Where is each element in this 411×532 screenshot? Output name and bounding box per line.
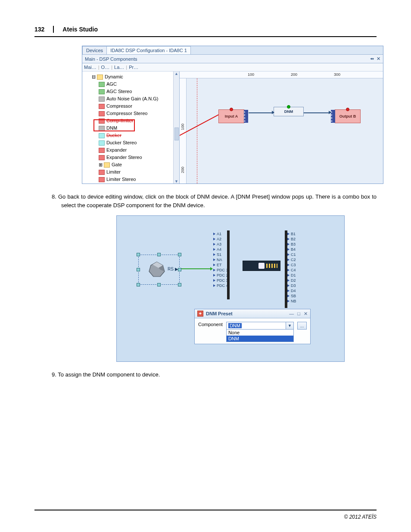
- design-canvas[interactable]: 100 200 300 100 200 Input A 1: [180, 72, 383, 184]
- panel-header: Main - DSP Components ⇴ ✕: [82, 55, 383, 63]
- tree-item-ducker[interactable]: Ducker: [83, 132, 178, 139]
- port-a3[interactable]: A3: [213, 242, 228, 247]
- device-edit-screenshot: RS ▶ A1 A2 A3 A4 S1 NA ET PDC 1 PDC 2 PD…: [116, 215, 345, 362]
- tree-item-dnm[interactable]: DNM: [83, 124, 178, 132]
- maximize-icon[interactable]: □: [297, 311, 300, 317]
- port-na[interactable]: NA: [213, 257, 228, 262]
- port-pdc2[interactable]: PDC 2: [213, 273, 228, 278]
- port-pdc1[interactable]: PDC 1: [213, 268, 228, 273]
- port-b3[interactable]: B3: [287, 242, 296, 247]
- tree-item-comp-limiter[interactable]: Comp-limiter: [83, 117, 178, 124]
- block-dnm[interactable]: DNM: [274, 107, 304, 116]
- tree-folder-dynamic[interactable]: ⊟ Dynamic: [83, 73, 178, 81]
- toolbar: Mai… | O… | La… | Pr…: [82, 63, 383, 72]
- status-led-icon: [230, 108, 233, 111]
- port-et[interactable]: ET: [213, 262, 228, 268]
- port-d2[interactable]: D2: [287, 278, 296, 283]
- minimize-icon[interactable]: —: [289, 311, 294, 317]
- scroll-down-icon[interactable]: ▼: [174, 179, 178, 184]
- dsp-config-screenshot: Devices IDA8C DSP Configuration - IDA8C …: [82, 46, 383, 184]
- option-none[interactable]: None: [227, 330, 293, 336]
- step-number: 8.: [52, 193, 56, 200]
- toolbar-item-o[interactable]: O…: [101, 65, 110, 70]
- pin-icon[interactable]: ⇴: [370, 56, 374, 62]
- page-number: 132: [34, 26, 54, 33]
- footer-copyright: © 2012 ATEÏS: [344, 514, 377, 520]
- resize-handle[interactable]: [157, 283, 161, 286]
- scroll-up-icon[interactable]: ▲: [174, 72, 178, 76]
- port-pdc3[interactable]: PDC 3: [213, 278, 228, 283]
- port-c1[interactable]: C1: [287, 252, 296, 257]
- port-a2[interactable]: A2: [213, 236, 228, 242]
- ruler-vertical: 100 200: [180, 78, 187, 184]
- close-icon[interactable]: ✕: [304, 311, 308, 317]
- step-text: To assign the DNM component to device.: [58, 371, 160, 378]
- toolbar-item-pr[interactable]: Pr…: [129, 65, 138, 70]
- device-icon: [148, 261, 165, 278]
- component-label: Component: [198, 322, 223, 327]
- device-chip[interactable]: [243, 261, 280, 271]
- step-9: 9. To assign the DNM component to device…: [52, 370, 377, 379]
- tree-item-agc-stereo[interactable]: AGC Stereo: [83, 88, 178, 95]
- resize-handle[interactable]: [157, 253, 161, 256]
- ports-left: A1 A2 A3 A4 S1 NA ET PDC 1 PDC 2 PDC 3 P…: [213, 231, 228, 288]
- port-a4[interactable]: A4: [213, 247, 228, 252]
- toolbar-item-la[interactable]: La…: [114, 65, 124, 70]
- resize-handle[interactable]: [178, 268, 181, 271]
- ruler-horizontal: 100 200 300: [180, 72, 383, 78]
- resize-handle[interactable]: [137, 268, 140, 271]
- tree-item-gate[interactable]: ⊞ Gate: [83, 161, 178, 168]
- window-titlebar[interactable]: ✦ DNM Preset — □ ✕: [195, 309, 310, 318]
- resize-handle[interactable]: [137, 283, 140, 286]
- tree-scrollbar[interactable]: ▲ ▼: [173, 72, 179, 184]
- port-d1[interactable]: D1: [287, 273, 296, 278]
- arrow-head-icon: [329, 111, 331, 114]
- tree-item-expander[interactable]: Expander: [83, 146, 178, 154]
- port-b4[interactable]: B4: [287, 247, 296, 252]
- close-icon[interactable]: ✕: [377, 56, 380, 62]
- port-c4[interactable]: C4: [287, 268, 296, 273]
- tree-item-agc[interactable]: AGC: [83, 81, 178, 88]
- guide-line: [197, 78, 197, 184]
- tab-dsp-config[interactable]: IDA8C DSP Configuration - IDA8C 1: [106, 46, 191, 54]
- scroll-thumb[interactable]: [174, 128, 179, 140]
- port-pdc4[interactable]: PDC 4: [213, 283, 228, 288]
- port-c2[interactable]: C2: [287, 257, 296, 262]
- dnm-preset-window: ✦ DNM Preset — □ ✕ Component DNM: [194, 309, 311, 344]
- resize-handle[interactable]: [178, 283, 181, 286]
- port-b1[interactable]: B1: [287, 231, 296, 236]
- wire: [249, 112, 274, 113]
- block-input-a[interactable]: Input A 1 2 3 4: [218, 109, 244, 123]
- tree-item-limiter[interactable]: Limiter: [83, 168, 178, 176]
- resize-handle[interactable]: [137, 253, 140, 256]
- wire: [304, 112, 330, 113]
- port-column: 1 2 3 4: [244, 110, 248, 123]
- port-d3[interactable]: D3: [287, 283, 296, 288]
- tree-item-ang[interactable]: Auto Noise Gain (A.N.G): [83, 95, 178, 103]
- app-icon: ✦: [197, 311, 203, 317]
- tree-item-ducker-stereo[interactable]: Ducker Stereo: [83, 139, 178, 146]
- port-nb[interactable]: NB: [287, 299, 296, 304]
- component-combo[interactable]: DNM: [226, 322, 286, 330]
- tree-item-compressor-stereo[interactable]: Compressor Stereo: [83, 110, 178, 117]
- port-b2[interactable]: B2: [287, 236, 296, 242]
- port-a1[interactable]: A1: [213, 231, 228, 236]
- tab-devices[interactable]: Devices: [82, 46, 107, 54]
- tree-item-limiter-stereo[interactable]: Limiter Stereo: [83, 176, 178, 183]
- tree-item-compressor[interactable]: Compressor: [83, 103, 178, 110]
- resize-handle[interactable]: [178, 253, 181, 256]
- port-d4[interactable]: D4: [287, 288, 296, 293]
- tree-item-expander-stereo[interactable]: Expander Stereo: [83, 154, 178, 161]
- combo-dropdown-button[interactable]: ▼: [286, 322, 294, 330]
- option-dnm[interactable]: DNM: [227, 336, 293, 342]
- port-sb[interactable]: SB: [287, 293, 296, 299]
- toolbar-item-main[interactable]: Mai…: [84, 65, 97, 70]
- more-button[interactable]: ...: [297, 322, 307, 330]
- port-bus-left: [227, 230, 230, 299]
- port-c3[interactable]: C3: [287, 262, 296, 268]
- block-output-b[interactable]: 1 2 3 4 Output B: [335, 109, 361, 123]
- combo-dropdown-list: None DNM: [226, 330, 294, 342]
- port-s1[interactable]: S1: [213, 252, 228, 257]
- port-column: 1 2 3 4: [331, 110, 335, 123]
- combo-selected: DNM: [228, 323, 242, 328]
